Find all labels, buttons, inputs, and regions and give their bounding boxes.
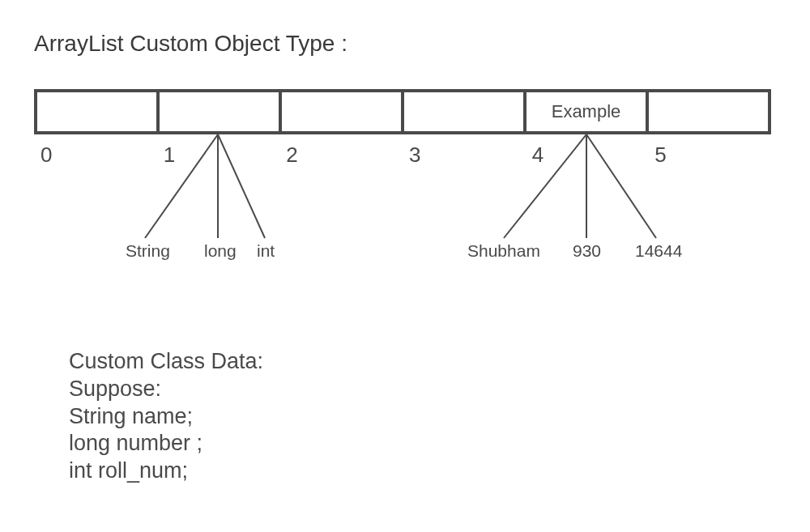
branch-label-int: int — [257, 241, 275, 261]
index-4: 4 — [526, 138, 649, 168]
index-2: 2 — [279, 138, 403, 168]
array-cell-0 — [34, 89, 156, 134]
branch-label-14644: 14644 — [635, 241, 682, 261]
class-data-line-5: int roll_num; — [69, 458, 263, 485]
branch-labels: String long int Shubham 930 14644 — [34, 241, 771, 266]
index-0: 0 — [34, 138, 157, 168]
class-data-line-3: String name; — [69, 403, 263, 431]
array-indices: 0 1 2 3 4 5 — [34, 138, 771, 168]
index-3: 3 — [403, 138, 526, 168]
array-cell-5 — [646, 89, 771, 134]
index-1: 1 — [157, 138, 280, 168]
branch-label-shubham: Shubham — [467, 241, 540, 261]
class-data-line-1: Custom Class Data: — [69, 348, 263, 376]
branch-label-930: 930 — [573, 241, 601, 261]
class-data-line-2: Suppose: — [69, 376, 263, 403]
branch-label-long: long — [204, 241, 237, 261]
class-data-block: Custom Class Data: Suppose: String name;… — [69, 348, 263, 485]
array-cell-3 — [401, 89, 523, 134]
array-cell-1 — [156, 89, 279, 134]
diagram-title: ArrayList Custom Object Type : — [34, 31, 347, 57]
class-data-line-4: long number ; — [69, 430, 263, 458]
array-list: Example — [34, 89, 771, 134]
array-cell-2 — [279, 89, 401, 134]
array-cell-4: Example — [523, 89, 646, 134]
index-5: 5 — [648, 138, 771, 168]
branch-label-string: String — [126, 241, 170, 261]
